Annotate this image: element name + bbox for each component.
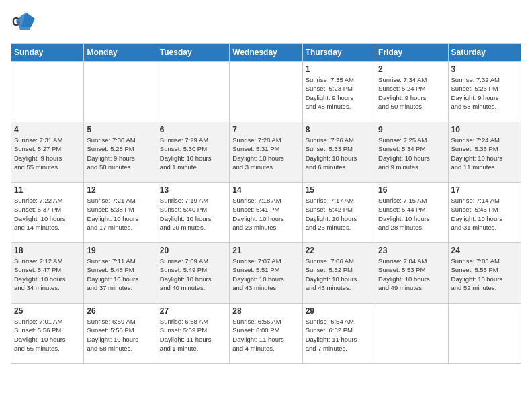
day-info: Sunrise: 7:26 AM Sunset: 5:33 PM Dayligh… — [306, 136, 372, 171]
day-info: Sunrise: 7:17 AM Sunset: 5:42 PM Dayligh… — [306, 196, 372, 232]
day-info: Sunrise: 6:59 AM Sunset: 5:58 PM Dayligh… — [87, 317, 153, 353]
calendar-cell — [84, 62, 157, 122]
day-number: 18 — [14, 246, 81, 255]
day-number: 23 — [378, 246, 445, 255]
day-number: 8 — [306, 125, 372, 134]
calendar-cell: 3Sunrise: 7:32 AM Sunset: 5:26 PM Daylig… — [448, 62, 521, 122]
logo-icon: G — [11, 11, 35, 35]
header-thursday: Thursday — [302, 44, 375, 62]
calendar-cell: 29Sunrise: 6:54 AM Sunset: 6:02 PM Dayli… — [302, 304, 375, 364]
day-info: Sunrise: 7:19 AM Sunset: 5:40 PM Dayligh… — [160, 196, 226, 232]
day-number: 20 — [160, 246, 226, 255]
calendar-cell: 9Sunrise: 7:25 AM Sunset: 5:34 PM Daylig… — [375, 122, 448, 183]
calendar-cell: 23Sunrise: 7:04 AM Sunset: 5:53 PM Dayli… — [375, 243, 448, 304]
day-number: 2 — [378, 64, 445, 74]
header-saturday: Saturday — [448, 44, 521, 62]
calendar-cell: 24Sunrise: 7:03 AM Sunset: 5:55 PM Dayli… — [448, 243, 521, 304]
day-number: 5 — [87, 125, 153, 134]
calendar-cell: 4Sunrise: 7:31 AM Sunset: 5:27 PM Daylig… — [11, 122, 84, 183]
calendar-cell: 7Sunrise: 7:28 AM Sunset: 5:31 PM Daylig… — [230, 122, 302, 183]
calendar-week-row: 18Sunrise: 7:12 AM Sunset: 5:47 PM Dayli… — [11, 243, 521, 304]
day-number: 12 — [87, 185, 153, 195]
calendar-cell: 25Sunrise: 7:01 AM Sunset: 5:56 PM Dayli… — [11, 304, 84, 364]
day-number: 21 — [232, 246, 299, 255]
day-info: Sunrise: 7:34 AM Sunset: 5:24 PM Dayligh… — [378, 75, 445, 111]
day-number: 22 — [306, 246, 372, 255]
calendar-cell: 26Sunrise: 6:59 AM Sunset: 5:58 PM Dayli… — [84, 304, 157, 364]
calendar-cell: 18Sunrise: 7:12 AM Sunset: 5:47 PM Dayli… — [11, 243, 84, 304]
day-number: 6 — [160, 125, 226, 134]
calendar-cell: 11Sunrise: 7:22 AM Sunset: 5:37 PM Dayli… — [11, 183, 84, 243]
calendar-cell — [230, 62, 302, 122]
day-number: 11 — [14, 185, 81, 195]
calendar-cell: 27Sunrise: 6:58 AM Sunset: 5:59 PM Dayli… — [157, 304, 229, 364]
day-number: 26 — [87, 306, 153, 316]
day-info: Sunrise: 7:22 AM Sunset: 5:37 PM Dayligh… — [14, 196, 81, 232]
day-info: Sunrise: 7:12 AM Sunset: 5:47 PM Dayligh… — [14, 257, 81, 292]
day-info: Sunrise: 7:15 AM Sunset: 5:44 PM Dayligh… — [378, 196, 445, 232]
calendar-week-row: 4Sunrise: 7:31 AM Sunset: 5:27 PM Daylig… — [11, 122, 521, 183]
header-friday: Friday — [375, 44, 448, 62]
day-info: Sunrise: 7:01 AM Sunset: 5:56 PM Dayligh… — [14, 317, 81, 353]
calendar-cell: 17Sunrise: 7:14 AM Sunset: 5:45 PM Dayli… — [448, 183, 521, 243]
calendar-cell — [375, 304, 448, 364]
calendar-cell: 14Sunrise: 7:18 AM Sunset: 5:41 PM Dayli… — [230, 183, 302, 243]
day-info: Sunrise: 7:18 AM Sunset: 5:41 PM Dayligh… — [232, 196, 299, 232]
day-number: 17 — [451, 185, 518, 195]
calendar-cell: 10Sunrise: 7:24 AM Sunset: 5:36 PM Dayli… — [448, 122, 521, 183]
calendar-cell: 19Sunrise: 7:11 AM Sunset: 5:48 PM Dayli… — [84, 243, 157, 304]
day-info: Sunrise: 7:35 AM Sunset: 5:23 PM Dayligh… — [306, 75, 372, 111]
calendar-cell: 16Sunrise: 7:15 AM Sunset: 5:44 PM Dayli… — [375, 183, 448, 243]
day-number: 29 — [306, 306, 372, 316]
day-info: Sunrise: 7:32 AM Sunset: 5:26 PM Dayligh… — [451, 75, 518, 111]
calendar-cell: 22Sunrise: 7:06 AM Sunset: 5:52 PM Dayli… — [302, 243, 375, 304]
day-number: 3 — [451, 64, 518, 74]
day-number: 14 — [232, 185, 299, 195]
calendar-cell: 12Sunrise: 7:21 AM Sunset: 5:38 PM Dayli… — [84, 183, 157, 243]
calendar-cell: 8Sunrise: 7:26 AM Sunset: 5:33 PM Daylig… — [302, 122, 375, 183]
calendar-cell: 21Sunrise: 7:07 AM Sunset: 5:51 PM Dayli… — [230, 243, 302, 304]
page-header: G — [11, 11, 521, 35]
day-number: 27 — [160, 306, 226, 316]
day-info: Sunrise: 7:06 AM Sunset: 5:52 PM Dayligh… — [306, 257, 372, 292]
calendar-cell: 28Sunrise: 6:56 AM Sunset: 6:00 PM Dayli… — [230, 304, 302, 364]
day-info: Sunrise: 7:29 AM Sunset: 5:30 PM Dayligh… — [160, 136, 226, 171]
day-number: 13 — [160, 185, 226, 195]
calendar-header-row: SundayMondayTuesdayWednesdayThursdayFrid… — [11, 44, 521, 62]
day-info: Sunrise: 7:11 AM Sunset: 5:48 PM Dayligh… — [87, 257, 153, 292]
day-info: Sunrise: 7:21 AM Sunset: 5:38 PM Dayligh… — [87, 196, 153, 232]
day-info: Sunrise: 6:56 AM Sunset: 6:00 PM Dayligh… — [232, 317, 299, 353]
calendar-cell: 5Sunrise: 7:30 AM Sunset: 5:28 PM Daylig… — [84, 122, 157, 183]
calendar-cell: 20Sunrise: 7:09 AM Sunset: 5:49 PM Dayli… — [157, 243, 229, 304]
calendar-week-row: 25Sunrise: 7:01 AM Sunset: 5:56 PM Dayli… — [11, 304, 521, 364]
calendar-week-row: 11Sunrise: 7:22 AM Sunset: 5:37 PM Dayli… — [11, 183, 521, 243]
day-number: 24 — [451, 246, 518, 255]
day-info: Sunrise: 7:28 AM Sunset: 5:31 PM Dayligh… — [232, 136, 299, 171]
calendar-cell — [11, 62, 84, 122]
day-info: Sunrise: 6:58 AM Sunset: 5:59 PM Dayligh… — [160, 317, 226, 353]
day-info: Sunrise: 7:14 AM Sunset: 5:45 PM Dayligh… — [451, 196, 518, 232]
day-number: 19 — [87, 246, 153, 255]
day-number: 25 — [14, 306, 81, 316]
calendar-cell: 15Sunrise: 7:17 AM Sunset: 5:42 PM Dayli… — [302, 183, 375, 243]
calendar-cell: 13Sunrise: 7:19 AM Sunset: 5:40 PM Dayli… — [157, 183, 229, 243]
day-info: Sunrise: 7:07 AM Sunset: 5:51 PM Dayligh… — [232, 257, 299, 292]
calendar-cell: 6Sunrise: 7:29 AM Sunset: 5:30 PM Daylig… — [157, 122, 229, 183]
logo: G — [11, 11, 38, 35]
day-info: Sunrise: 7:04 AM Sunset: 5:53 PM Dayligh… — [378, 257, 445, 292]
calendar-cell: 2Sunrise: 7:34 AM Sunset: 5:24 PM Daylig… — [375, 62, 448, 122]
calendar-table: SundayMondayTuesdayWednesdayThursdayFrid… — [11, 43, 521, 364]
calendar-cell — [157, 62, 229, 122]
header-tuesday: Tuesday — [157, 44, 229, 62]
day-number: 4 — [14, 125, 81, 134]
day-info: Sunrise: 7:09 AM Sunset: 5:49 PM Dayligh… — [160, 257, 226, 292]
header-wednesday: Wednesday — [230, 44, 302, 62]
day-info: Sunrise: 7:31 AM Sunset: 5:27 PM Dayligh… — [14, 136, 81, 171]
calendar-cell — [448, 304, 521, 364]
day-number: 15 — [306, 185, 372, 195]
day-number: 7 — [232, 125, 299, 134]
header-monday: Monday — [84, 44, 157, 62]
day-number: 16 — [378, 185, 445, 195]
day-info: Sunrise: 7:30 AM Sunset: 5:28 PM Dayligh… — [87, 136, 153, 171]
day-number: 28 — [232, 306, 299, 316]
